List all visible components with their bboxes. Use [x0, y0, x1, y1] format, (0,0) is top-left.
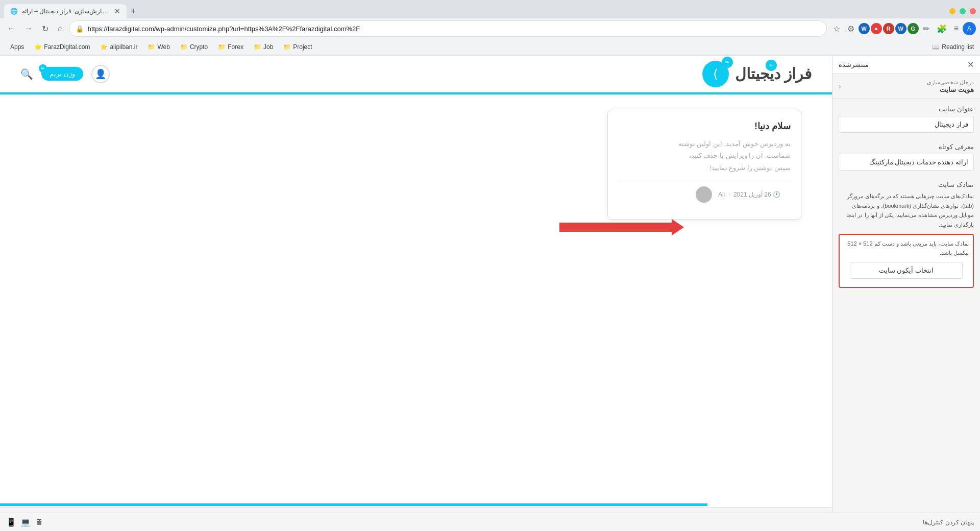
site-title-label: عنوان سایت: [832, 99, 980, 116]
red-arrow: [559, 219, 684, 235]
breadcrumb-parent: درحال شخصی‌سازی: [927, 79, 974, 86]
login-button[interactable]: ورَن بریم: [41, 67, 83, 81]
logo-edit-top-button[interactable]: ✏: [722, 57, 733, 68]
bookmark-label-crypto: Crypto: [190, 43, 208, 51]
star-icon[interactable]: ☆: [830, 22, 843, 36]
login-label: ورَن بریم: [50, 70, 75, 78]
blog-date: 🕐 26 آوریل 2021 · Ali: [718, 191, 780, 198]
bookmark-label-alipilban: alipilban.ir: [110, 43, 137, 51]
bookmark-icon-job: 📁: [254, 43, 261, 51]
bookmark-web[interactable]: 📁 Web: [143, 42, 174, 52]
blog-author-name: Ali: [718, 191, 725, 198]
breadcrumb-arrow-icon: ›: [839, 82, 841, 90]
bookmark-crypto[interactable]: 📁 Crypto: [176, 42, 212, 52]
blog-card-body: سلام دنیا! به وردپرس خوش آمدید. این اولی…: [608, 110, 801, 219]
ext-icon-3[interactable]: R: [883, 23, 894, 34]
panel-close-button[interactable]: ✕: [967, 60, 974, 69]
apps-bookmark-button[interactable]: Apps: [6, 42, 28, 52]
tablet-view-button[interactable]: 💻: [20, 517, 31, 527]
bookmark-alipilban[interactable]: ⭐ alipilban.ir: [96, 42, 141, 52]
panel-header: منتشرشده ✕: [832, 56, 980, 74]
hide-controls-label: پنهان کردن کنترل‌ها: [923, 519, 974, 526]
bookmark-icon-farazdigital: ⭐: [34, 43, 42, 51]
site-header: 🔍 ورَن بریم ✏ 👤 ✏ ⟨ ✏ فراز دیجیتال: [0, 56, 832, 92]
window-controls: [949, 8, 976, 14]
blog-text-line2: شماست. آن را ویرایش یا حذف کنید،: [618, 150, 791, 161]
site-title-input[interactable]: [839, 116, 974, 133]
reading-list-label: Reading list: [942, 43, 974, 51]
logo-icon-wrapper: ✏ ⟨: [702, 61, 729, 87]
logo-edit-left-button[interactable]: ✏: [766, 60, 777, 71]
bookmark-label-farazdigital: FarazDigital.com: [44, 43, 90, 51]
bookmark-job[interactable]: 📁 Job: [250, 42, 277, 52]
panel-label: منتشرشده: [839, 61, 869, 68]
ext-icon-2[interactable]: ●: [871, 23, 882, 34]
breadcrumb-child: هویت سایت: [940, 86, 974, 93]
blog-text-line3: سپس نوشتن را شروع نمایید!: [618, 162, 791, 174]
search-button[interactable]: 🔍: [20, 68, 33, 80]
favicon-requirement-box: نمادک سایت، باید مربعی باشد و دست کم 512…: [839, 234, 974, 288]
mobile-view-button[interactable]: 📱: [6, 517, 16, 527]
toolbar-bar: ← → ↻ ⌂ 🔒 https://farazdigital.com/wp-ad…: [0, 18, 980, 39]
new-tab-button[interactable]: +: [127, 6, 140, 17]
edit-icon[interactable]: ✏: [920, 22, 933, 36]
home-button[interactable]: ⌂: [55, 22, 66, 35]
tagline-label: معرفی کوتاه: [832, 137, 980, 154]
bookmark-project[interactable]: 📁 Project: [279, 42, 316, 52]
blog-author-avatar: [696, 186, 712, 203]
blog-card-text: به وردپرس خوش آمدید. این اولین نوشته شما…: [618, 138, 791, 174]
blog-date-text: 26 آوریل 2021: [733, 191, 771, 198]
favicon-section: نمادک سایت نمادک‌های سایت چیزهایی هستند …: [832, 175, 980, 292]
address-bar[interactable]: 🔒 https://farazdigital.com/wp-admin/cust…: [69, 20, 827, 37]
bookmark-label-project: Project: [293, 43, 312, 51]
maximize-button[interactable]: [960, 8, 966, 14]
ext-icon-4[interactable]: W: [895, 23, 906, 34]
puzzle-icon[interactable]: 🧩: [934, 22, 950, 36]
customizer-panel: منتشرشده ✕ › درحال شخصی‌سازی هویت سایت ع…: [832, 56, 980, 531]
tab-bar: 🌐 سفارش‌سازی: فراز دیجیتال – ارائه ... ✕…: [0, 0, 980, 18]
tab-close-button[interactable]: ✕: [114, 7, 120, 15]
forward-button[interactable]: →: [21, 22, 36, 35]
ext-icon-1[interactable]: W: [859, 23, 870, 34]
minimize-button[interactable]: [949, 8, 955, 14]
panel-title-area: منتشرشده: [839, 61, 869, 68]
site-title-section: عنوان سایت: [832, 99, 980, 137]
profile-button[interactable]: A: [963, 22, 976, 35]
site-header-left: 🔍 ورَن بریم ✏ 👤: [20, 65, 110, 83]
site-logo: ✏ ⟨ ✏ فراز دیجیتال: [702, 61, 812, 87]
select-favicon-button[interactable]: انتخاب آیکون سایت: [850, 262, 963, 279]
tab-favicon: 🌐: [10, 8, 18, 15]
bookmark-forex[interactable]: 📁 Forex: [214, 42, 248, 52]
lock-icon: 🔒: [76, 25, 84, 33]
active-tab[interactable]: 🌐 سفارش‌سازی: فراز دیجیتال – ارائه ... ✕: [4, 4, 127, 18]
device-icons-group: 📱 💻 🖥: [6, 517, 43, 527]
ext-icon-5[interactable]: G: [908, 23, 919, 34]
refresh-button[interactable]: ↻: [39, 22, 52, 36]
tagline-input[interactable]: [839, 154, 974, 171]
arrow-line-body: [559, 223, 672, 232]
reading-list-button[interactable]: 📖 Reading list: [932, 43, 974, 51]
close-button[interactable]: [970, 8, 976, 14]
blue-progress-container: [0, 503, 832, 506]
favicon-description: نمادک‌های سایت چیزهایی هستند که در برگه‌…: [832, 191, 980, 234]
panel-bottom-controls: 📱 💻 🖥 پنهان کردن کنترل‌ها: [0, 513, 980, 531]
site-content: سلام دنیا! به وردپرس خوش آمدید. این اولی…: [0, 94, 832, 235]
panel-breadcrumb: › درحال شخصی‌سازی هویت سایت: [832, 74, 980, 99]
back-button[interactable]: ←: [4, 22, 18, 35]
bookmark-icon-project: 📁: [283, 43, 291, 51]
red-arrow-container: [557, 219, 684, 235]
website-preview: 🔍 ورَن بریم ✏ 👤 ✏ ⟨ ✏ فراز دیجیتال: [0, 56, 832, 531]
desktop-view-button[interactable]: 🖥: [35, 517, 43, 527]
login-edit-dot[interactable]: ✏: [39, 64, 47, 73]
extensions-button[interactable]: ⚙: [844, 22, 857, 36]
login-btn-wrapper: ورَن بریم ✏: [41, 67, 83, 81]
tagline-section: معرفی کوتاه: [832, 137, 980, 175]
more-tools-icon[interactable]: ≡: [951, 22, 962, 35]
bookmarks-bar: Apps ⭐ FarazDigital.com ⭐ alipilban.ir 📁…: [0, 39, 980, 55]
blog-card: سلام دنیا! به وردپرس خوش آمدید. این اولی…: [607, 110, 801, 220]
bookmark-icon-forex: 📁: [218, 43, 226, 51]
blog-text-line1: به وردپرس خوش آمدید. این اولین نوشته: [618, 138, 791, 150]
user-avatar-button[interactable]: 👤: [91, 65, 110, 83]
bookmark-farazdigital[interactable]: ⭐ FarazDigital.com: [30, 42, 94, 52]
blog-card-title: سلام دنیا!: [618, 120, 791, 132]
